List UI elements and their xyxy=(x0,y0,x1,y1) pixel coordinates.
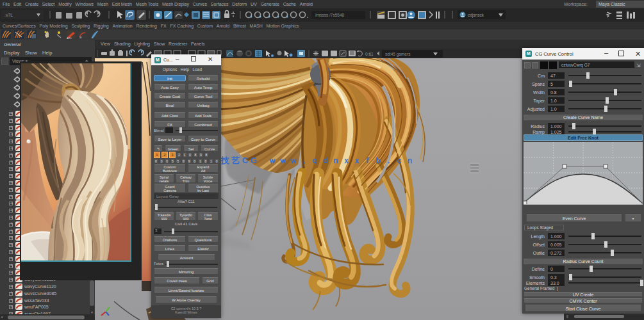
svg-text:0:61: 0:61 xyxy=(365,52,374,56)
svg-text:.v7L: .v7L xyxy=(4,13,13,17)
svg-text:cdjsnsck: cdjsnsck xyxy=(468,13,484,18)
svg-text:sdt45 gamers: sdt45 gamers xyxy=(385,52,411,57)
svg-text:Imssss /7s5548: Imssss /7s5548 xyxy=(315,13,345,17)
